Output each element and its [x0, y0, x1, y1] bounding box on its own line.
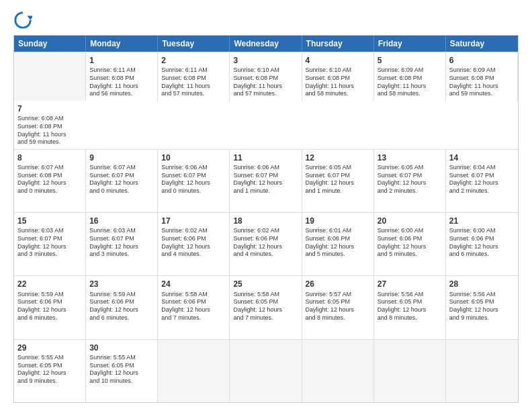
week-row-1: 8Sunrise: 6:07 AM Sunset: 6:08 PM Daylig… [14, 149, 518, 212]
cell-info: Sunrise: 6:03 AM Sunset: 6:07 PM Dayligh… [89, 227, 154, 259]
day-cell-29: 29Sunrise: 5:55 AM Sunset: 6:05 PM Dayli… [14, 340, 86, 402]
cell-info: Sunrise: 6:06 AM Sunset: 6:07 PM Dayligh… [161, 164, 226, 195]
calendar-header: SundayMondayTuesdayWednesdayThursdayFrid… [14, 36, 518, 52]
cell-info: Sunrise: 6:10 AM Sunset: 6:08 PM Dayligh… [233, 66, 298, 98]
empty-cell [302, 340, 374, 402]
day-number: 18 [233, 216, 298, 226]
day-cell-26: 26Sunrise: 5:57 AM Sunset: 6:05 PM Dayli… [302, 276, 374, 338]
day-cell-23: 23Sunrise: 5:59 AM Sunset: 6:06 PM Dayli… [86, 276, 158, 338]
day-cell-5: 5Sunrise: 6:09 AM Sunset: 6:08 PM Daylig… [374, 52, 446, 101]
day-cell-10: 10Sunrise: 6:06 AM Sunset: 6:07 PM Dayli… [158, 150, 230, 212]
header-day-sunday: Sunday [14, 36, 86, 52]
svg-marker-0 [28, 15, 32, 20]
day-number: 22 [17, 279, 82, 289]
cell-info: Sunrise: 6:07 AM Sunset: 6:08 PM Dayligh… [17, 164, 82, 195]
day-number: 30 [89, 342, 154, 353]
calendar-body: 1Sunrise: 6:11 AM Sunset: 6:08 PM Daylig… [14, 52, 518, 402]
header-day-monday: Monday [86, 36, 158, 52]
cell-info: Sunrise: 6:04 AM Sunset: 6:07 PM Dayligh… [449, 164, 515, 195]
header [13, 11, 519, 30]
day-number: 25 [233, 279, 298, 289]
day-number: 7 [17, 103, 83, 114]
cell-info: Sunrise: 5:57 AM Sunset: 6:05 PM Dayligh… [306, 291, 370, 322]
cell-info: Sunrise: 5:56 AM Sunset: 6:05 PM Dayligh… [449, 291, 515, 322]
cell-info: Sunrise: 5:55 AM Sunset: 6:05 PM Dayligh… [17, 354, 82, 385]
cell-info: Sunrise: 5:58 AM Sunset: 6:05 PM Dayligh… [233, 291, 298, 322]
empty-cell [230, 340, 302, 402]
day-number: 12 [306, 152, 370, 163]
cell-info: Sunrise: 6:06 AM Sunset: 6:07 PM Dayligh… [233, 164, 298, 195]
day-number: 10 [161, 152, 226, 163]
header-day-tuesday: Tuesday [158, 36, 230, 52]
day-number: 6 [449, 55, 514, 66]
cell-info: Sunrise: 6:00 AM Sunset: 6:06 PM Dayligh… [378, 227, 442, 259]
cell-info: Sunrise: 5:56 AM Sunset: 6:05 PM Dayligh… [378, 291, 442, 322]
empty-cell [374, 340, 446, 402]
day-cell-25: 25Sunrise: 5:58 AM Sunset: 6:05 PM Dayli… [230, 276, 302, 338]
logo [13, 11, 35, 30]
week-row-2: 15Sunrise: 6:03 AM Sunset: 6:07 PM Dayli… [14, 212, 518, 275]
cell-info: Sunrise: 6:10 AM Sunset: 6:08 PM Dayligh… [306, 66, 370, 98]
day-number: 20 [378, 216, 442, 226]
day-cell-4: 4Sunrise: 6:10 AM Sunset: 6:08 PM Daylig… [302, 52, 374, 101]
day-cell-16: 16Sunrise: 6:03 AM Sunset: 6:07 PM Dayli… [86, 213, 158, 275]
day-number: 4 [306, 55, 370, 66]
cell-info: Sunrise: 6:02 AM Sunset: 6:06 PM Dayligh… [233, 227, 298, 259]
cell-info: Sunrise: 6:09 AM Sunset: 6:08 PM Dayligh… [378, 66, 442, 98]
cell-info: Sunrise: 6:01 AM Sunset: 6:06 PM Dayligh… [306, 227, 370, 259]
week-row-0: 1Sunrise: 6:11 AM Sunset: 6:08 PM Daylig… [14, 52, 518, 149]
day-number: 17 [161, 216, 226, 226]
cell-info: Sunrise: 6:11 AM Sunset: 6:08 PM Dayligh… [89, 66, 154, 98]
day-cell-12: 12Sunrise: 6:05 AM Sunset: 6:07 PM Dayli… [302, 150, 374, 212]
day-cell-24: 24Sunrise: 5:58 AM Sunset: 6:06 PM Dayli… [158, 276, 230, 338]
day-cell-8: 8Sunrise: 6:07 AM Sunset: 6:08 PM Daylig… [14, 150, 86, 212]
day-cell-30: 30Sunrise: 5:55 AM Sunset: 6:05 PM Dayli… [86, 340, 158, 402]
cell-info: Sunrise: 6:09 AM Sunset: 6:08 PM Dayligh… [449, 66, 514, 98]
day-cell-28: 28Sunrise: 5:56 AM Sunset: 6:05 PM Dayli… [446, 276, 518, 338]
cell-info: Sunrise: 6:08 AM Sunset: 6:08 PM Dayligh… [17, 115, 83, 146]
day-number: 15 [17, 216, 82, 226]
cell-info: Sunrise: 5:58 AM Sunset: 6:06 PM Dayligh… [161, 291, 226, 322]
cell-info: Sunrise: 6:05 AM Sunset: 6:07 PM Dayligh… [306, 164, 370, 195]
day-cell-14: 14Sunrise: 6:04 AM Sunset: 6:07 PM Dayli… [446, 150, 518, 212]
day-cell-22: 22Sunrise: 5:59 AM Sunset: 6:06 PM Dayli… [14, 276, 86, 338]
day-cell-15: 15Sunrise: 6:03 AM Sunset: 6:07 PM Dayli… [14, 213, 86, 275]
day-number: 14 [449, 152, 515, 163]
day-number: 3 [233, 55, 298, 66]
day-cell-7: 7Sunrise: 6:08 AM Sunset: 6:08 PM Daylig… [14, 101, 86, 149]
cell-info: Sunrise: 5:55 AM Sunset: 6:05 PM Dayligh… [89, 354, 154, 385]
day-cell-21: 21Sunrise: 6:00 AM Sunset: 6:06 PM Dayli… [446, 213, 518, 275]
header-day-wednesday: Wednesday [230, 36, 302, 52]
empty-cell [446, 340, 518, 402]
day-cell-13: 13Sunrise: 6:05 AM Sunset: 6:07 PM Dayli… [374, 150, 446, 212]
day-cell-2: 2Sunrise: 6:11 AM Sunset: 6:08 PM Daylig… [158, 52, 230, 101]
day-number: 13 [378, 152, 442, 163]
day-number: 24 [161, 279, 226, 289]
day-number: 11 [233, 152, 298, 163]
day-number: 1 [89, 55, 154, 66]
day-cell-17: 17Sunrise: 6:02 AM Sunset: 6:06 PM Dayli… [158, 213, 230, 275]
day-number: 27 [378, 279, 442, 289]
empty-cell [158, 340, 230, 402]
cell-info: Sunrise: 6:05 AM Sunset: 6:07 PM Dayligh… [378, 164, 442, 195]
day-cell-11: 11Sunrise: 6:06 AM Sunset: 6:07 PM Dayli… [230, 150, 302, 212]
day-number: 23 [89, 279, 154, 289]
day-cell-3: 3Sunrise: 6:10 AM Sunset: 6:08 PM Daylig… [230, 52, 302, 101]
day-number: 9 [89, 152, 154, 163]
empty-cell [14, 52, 86, 101]
day-number: 16 [89, 216, 154, 226]
day-number: 26 [306, 279, 370, 289]
day-number: 28 [449, 279, 515, 289]
cell-info: Sunrise: 6:02 AM Sunset: 6:06 PM Dayligh… [161, 227, 226, 259]
header-day-saturday: Saturday [446, 36, 518, 52]
cell-info: Sunrise: 5:59 AM Sunset: 6:06 PM Dayligh… [89, 291, 154, 322]
day-number: 5 [378, 55, 442, 66]
cell-info: Sunrise: 6:11 AM Sunset: 6:08 PM Dayligh… [161, 66, 226, 98]
day-cell-6: 6Sunrise: 6:09 AM Sunset: 6:08 PM Daylig… [446, 52, 518, 101]
day-cell-20: 20Sunrise: 6:00 AM Sunset: 6:06 PM Dayli… [374, 213, 446, 275]
header-day-friday: Friday [374, 36, 446, 52]
day-cell-18: 18Sunrise: 6:02 AM Sunset: 6:06 PM Dayli… [230, 213, 302, 275]
cell-info: Sunrise: 6:00 AM Sunset: 6:06 PM Dayligh… [449, 227, 515, 259]
day-number: 8 [17, 152, 82, 163]
logo-icon [13, 11, 32, 30]
